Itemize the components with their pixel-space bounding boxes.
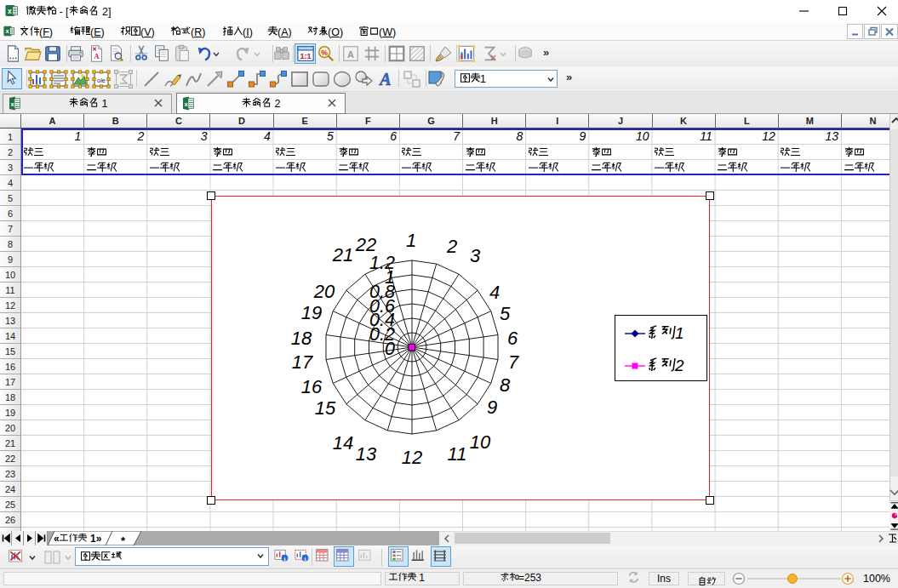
svg-text:17: 17 xyxy=(292,351,313,373)
svg-text:1.2: 1.2 xyxy=(369,253,395,273)
svg-text:15: 15 xyxy=(315,397,336,419)
svg-text:9: 9 xyxy=(487,397,497,418)
svg-text:6: 6 xyxy=(507,328,518,349)
svg-text:3: 3 xyxy=(470,245,481,266)
svg-text:1: 1 xyxy=(406,230,416,251)
svg-text:4: 4 xyxy=(489,282,500,303)
svg-text:11: 11 xyxy=(448,443,467,465)
svg-text:12: 12 xyxy=(402,447,422,468)
svg-text:19: 19 xyxy=(301,302,322,323)
svg-text:22: 22 xyxy=(355,234,376,255)
svg-text:20: 20 xyxy=(313,281,335,302)
svg-text:i: i xyxy=(284,556,286,562)
svg-text:5: 5 xyxy=(500,303,511,324)
svg-text:16: 16 xyxy=(301,376,323,397)
svg-text:18: 18 xyxy=(291,328,312,349)
svg-text:2: 2 xyxy=(446,236,457,257)
svg-text:14: 14 xyxy=(333,432,353,454)
svg-text:8: 8 xyxy=(500,374,511,396)
svg-text:10: 10 xyxy=(470,431,491,453)
svg-text:7: 7 xyxy=(508,351,519,373)
svg-text:21: 21 xyxy=(332,244,353,265)
svg-text:13: 13 xyxy=(356,443,377,465)
svg-text:i: i xyxy=(305,556,306,562)
